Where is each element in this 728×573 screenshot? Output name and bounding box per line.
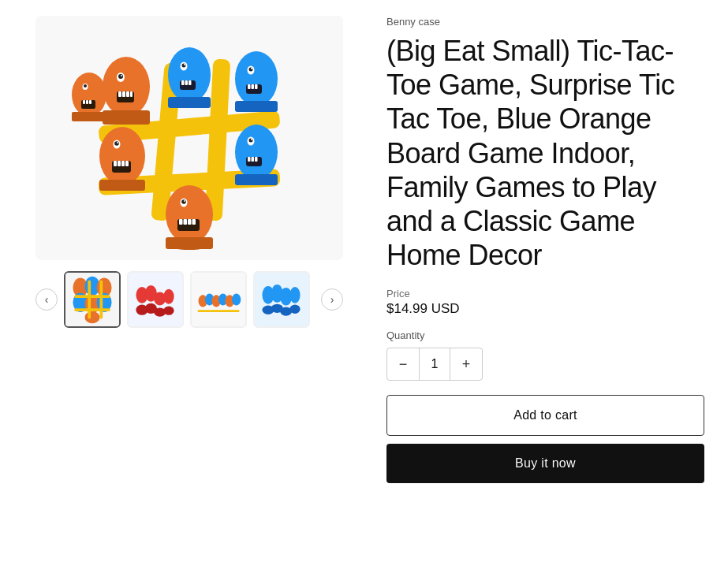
quantity-section: Quantity − 1 + [386, 329, 704, 381]
svg-rect-57 [255, 157, 258, 162]
svg-point-9 [121, 75, 122, 76]
quantity-increase-button[interactable]: + [450, 348, 482, 380]
svg-point-116 [289, 287, 300, 303]
thumbnail-4[interactable] [253, 271, 310, 328]
svg-rect-56 [252, 157, 255, 162]
main-image [35, 16, 343, 260]
brand-name: Benny case [386, 16, 704, 28]
svg-rect-90 [88, 280, 91, 318]
svg-rect-76 [86, 100, 88, 104]
svg-rect-88 [74, 295, 110, 298]
svg-point-100 [163, 307, 174, 315]
svg-point-62 [181, 199, 186, 204]
svg-rect-47 [125, 161, 129, 166]
svg-rect-55 [248, 157, 251, 162]
svg-rect-70 [166, 237, 213, 249]
svg-point-28 [235, 51, 278, 106]
svg-rect-44 [114, 161, 117, 166]
svg-rect-12 [122, 91, 125, 97]
svg-rect-59 [235, 174, 278, 185]
svg-point-42 [117, 142, 118, 143]
chevron-right-icon: › [330, 293, 334, 306]
quantity-value: 1 [419, 348, 450, 380]
svg-point-41 [114, 141, 119, 146]
svg-rect-67 [188, 219, 192, 225]
svg-rect-45 [118, 161, 121, 166]
thumbnail-list [64, 271, 315, 328]
svg-rect-108 [198, 310, 240, 312]
svg-rect-46 [121, 161, 125, 166]
svg-rect-11 [118, 91, 121, 97]
svg-point-107 [232, 293, 241, 305]
svg-point-32 [251, 68, 252, 69]
svg-rect-14 [130, 91, 133, 97]
svg-point-39 [99, 127, 145, 185]
svg-rect-16 [103, 110, 150, 125]
gallery-prev-button[interactable]: ‹ [35, 288, 58, 311]
svg-rect-27 [168, 97, 211, 108]
svg-rect-65 [179, 219, 183, 225]
quantity-label: Quantity [386, 329, 704, 341]
svg-point-53 [251, 139, 252, 140]
svg-rect-34 [248, 84, 251, 89]
svg-point-71 [72, 73, 106, 117]
svg-point-60 [166, 185, 213, 244]
add-to-cart-button[interactable]: Add to cart [386, 395, 704, 436]
svg-point-21 [184, 64, 185, 65]
quantity-decrease-button[interactable]: − [387, 348, 419, 380]
svg-rect-36 [255, 84, 258, 89]
price-value: $14.99 USD [386, 301, 704, 317]
svg-rect-49 [99, 180, 145, 191]
svg-point-50 [235, 125, 278, 180]
svg-point-20 [182, 64, 186, 68]
svg-rect-13 [126, 91, 129, 97]
svg-rect-79 [72, 112, 106, 121]
svg-point-99 [163, 289, 174, 304]
svg-rect-91 [99, 280, 103, 318]
svg-point-17 [168, 47, 211, 102]
svg-rect-35 [252, 84, 255, 89]
svg-point-73 [84, 84, 87, 87]
quantity-controls: − 1 + [386, 348, 483, 381]
page-container: ‹ [0, 0, 728, 499]
svg-point-63 [184, 200, 185, 202]
svg-rect-66 [184, 219, 188, 225]
price-section: Price $14.99 USD [386, 288, 704, 317]
svg-rect-68 [192, 219, 196, 225]
svg-rect-25 [189, 80, 192, 85]
svg-rect-24 [185, 80, 189, 85]
svg-rect-89 [74, 308, 110, 311]
svg-point-31 [249, 68, 253, 72]
svg-rect-75 [83, 100, 85, 104]
gallery-section: ‹ [24, 16, 355, 328]
gallery-next-button[interactable]: › [321, 288, 343, 311]
thumbnail-3[interactable] [190, 271, 247, 328]
svg-rect-38 [235, 101, 278, 112]
svg-point-5 [103, 57, 150, 117]
svg-point-8 [118, 74, 123, 79]
buy-now-button[interactable]: Buy it now [386, 444, 704, 483]
svg-point-87 [85, 311, 100, 323]
product-title: (Big Eat Small) Tic-Tac-Toe Game, Surpri… [386, 34, 704, 272]
svg-point-52 [249, 139, 253, 143]
chevron-left-icon: ‹ [45, 293, 49, 306]
svg-rect-23 [181, 80, 185, 85]
price-label: Price [386, 288, 704, 300]
thumbnail-1[interactable] [64, 271, 121, 328]
thumbnail-2[interactable] [127, 271, 184, 328]
svg-rect-77 [89, 100, 91, 104]
thumbnails-row: ‹ [35, 271, 343, 328]
svg-point-117 [289, 305, 300, 314]
product-info: Benny case (Big Eat Small) Tic-Tac-Toe G… [386, 16, 704, 483]
